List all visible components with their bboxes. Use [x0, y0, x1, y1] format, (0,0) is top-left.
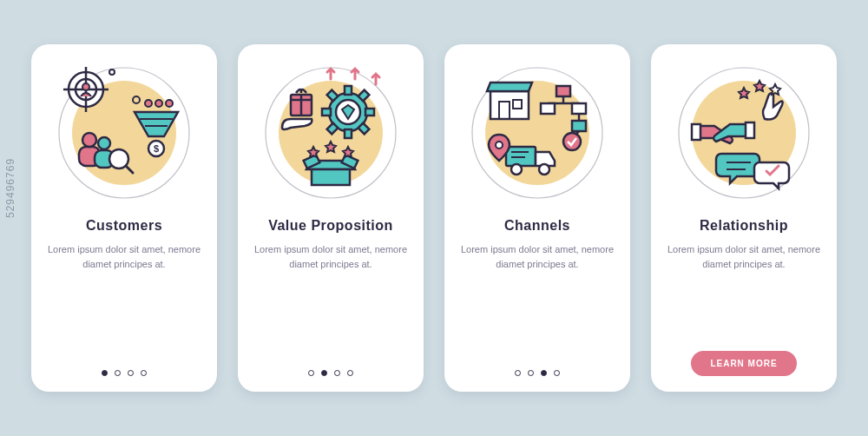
page-dot[interactable] — [102, 370, 108, 376]
relationship-illustration — [674, 63, 813, 202]
pagination — [515, 370, 560, 376]
svg-rect-48 — [541, 103, 555, 114]
page-dot[interactable] — [321, 370, 327, 376]
svg-point-15 — [155, 100, 162, 107]
svg-rect-31 — [322, 109, 331, 116]
svg-rect-49 — [572, 103, 586, 114]
card-title: Relationship — [700, 218, 788, 234]
onboarding-cards-row: $ Customers Lorem ipsum dolor sit amet, … — [31, 44, 837, 392]
card-description: Lorem ipsum dolor sit amet, nemore diame… — [253, 242, 408, 363]
onboarding-card-relationship: Relationship Lorem ipsum dolor sit amet,… — [651, 44, 837, 392]
svg-point-55 — [511, 164, 522, 175]
page-dot[interactable] — [334, 370, 340, 376]
svg-rect-28 — [345, 86, 352, 95]
svg-rect-30 — [365, 109, 374, 116]
svg-point-21 — [109, 69, 115, 75]
svg-point-16 — [166, 100, 173, 107]
svg-rect-62 — [692, 124, 700, 140]
page-dot[interactable] — [347, 370, 353, 376]
svg-point-59 — [496, 142, 503, 149]
page-dot[interactable] — [115, 370, 121, 376]
card-description: Lorem ipsum dolor sit amet, nemore diame… — [47, 242, 201, 363]
page-dot[interactable] — [541, 370, 547, 376]
page-dot[interactable] — [528, 370, 534, 376]
channels-illustration — [468, 63, 607, 202]
value-proposition-illustration — [261, 63, 400, 202]
svg-rect-45 — [556, 86, 570, 96]
page-dot[interactable] — [308, 370, 314, 376]
card-title: Value Proposition — [268, 218, 393, 234]
page-dot[interactable] — [141, 370, 147, 376]
svg-point-52 — [563, 133, 581, 150]
pagination — [308, 370, 353, 376]
pagination — [102, 370, 147, 376]
svg-point-6 — [82, 83, 89, 90]
card-description: Lorem ipsum dolor sit amet, nemore diame… — [460, 242, 615, 363]
svg-point-14 — [145, 100, 152, 107]
svg-rect-29 — [345, 129, 352, 138]
learn-more-button[interactable]: LEARN MORE — [691, 351, 796, 376]
card-title: Customers — [86, 218, 162, 234]
card-title: Channels — [504, 218, 570, 234]
onboarding-card-value-proposition: Value Proposition Lorem ipsum dolor sit … — [238, 44, 424, 392]
svg-rect-51 — [572, 121, 586, 131]
card-description: Lorem ipsum dolor sit amet, nemore diame… — [667, 242, 821, 344]
page-dot[interactable] — [515, 370, 521, 376]
page-dot[interactable] — [554, 370, 560, 376]
svg-rect-63 — [746, 122, 754, 138]
onboarding-card-customers: $ Customers Lorem ipsum dolor sit amet, … — [31, 44, 217, 392]
svg-point-56 — [539, 164, 549, 175]
svg-point-10 — [98, 137, 110, 149]
watermark: 529496769 — [4, 158, 16, 218]
onboarding-card-channels: Channels Lorem ipsum dolor sit amet, nem… — [444, 44, 630, 392]
customers-illustration: $ — [55, 63, 194, 202]
svg-point-8 — [82, 133, 96, 147]
svg-text:$: $ — [154, 143, 159, 154]
page-dot[interactable] — [128, 370, 134, 376]
svg-rect-37 — [312, 169, 350, 185]
